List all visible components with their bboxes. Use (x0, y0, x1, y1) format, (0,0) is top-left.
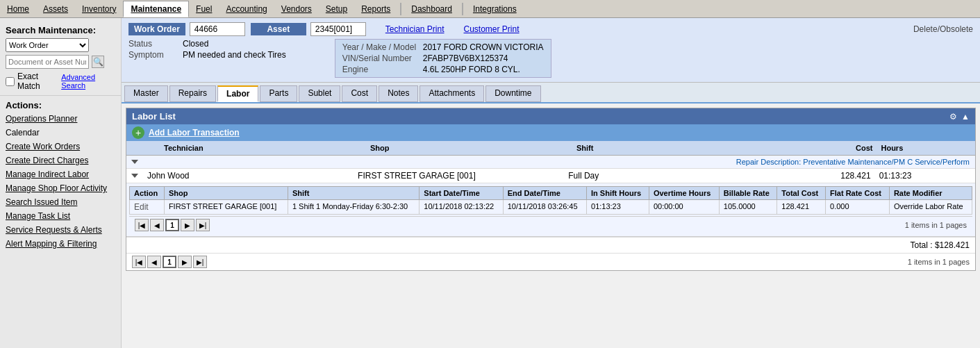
outer-next-page-btn[interactable]: ▶ (178, 256, 192, 268)
exact-match-checkbox[interactable] (6, 77, 15, 86)
nav-reports[interactable]: Reports (354, 1, 397, 17)
nav-integrations[interactable]: Integrations (466, 1, 524, 17)
labor-list-title: Labor List (132, 111, 176, 122)
add-labor-text[interactable]: Add Labor Transaction (149, 128, 240, 138)
sub-next-page-btn[interactable]: ▶ (181, 219, 194, 231)
sidebar-item-manage-shop-floor[interactable]: Manage Shop Floor Activity (0, 181, 121, 195)
asset-field: Asset 2345[001] (251, 22, 366, 36)
vin-label: VIN/Serial Number (342, 53, 419, 63)
year-make-model-value: 2017 FORD CROWN VICTORIA (423, 42, 544, 52)
sub-page-1-btn[interactable]: 1 (165, 219, 179, 231)
engine-value: 4.6L 250HP FORD 8 CYL. (423, 65, 520, 74)
tab-parts[interactable]: Parts (260, 85, 297, 102)
search-input[interactable] (6, 55, 89, 69)
repair-desc-link[interactable]: Repair Description: Preventative Mainten… (736, 158, 970, 166)
delete-obsolete-link[interactable]: Delete/Obsolete (913, 24, 973, 34)
top-nav: Home Assets Inventory Maintenance Fuel A… (0, 0, 980, 18)
search-button[interactable]: 🔍 (92, 56, 104, 68)
tab-cost[interactable]: Cost (342, 85, 377, 102)
sub-col-end: End Date/Time (503, 187, 586, 200)
sub-start-date: 10/11/2018 02:13:22 (420, 200, 503, 215)
sub-col-action: Action (130, 187, 165, 200)
sub-overtime-hours: 00:00:00 (649, 200, 719, 215)
nav-maintenance[interactable]: Maintenance (123, 1, 189, 17)
nav-home[interactable]: Home (0, 1, 36, 17)
asset-label: Asset (251, 23, 306, 35)
tab-downtime[interactable]: Downtime (485, 85, 540, 102)
tab-attachments[interactable]: Attachments (420, 85, 484, 102)
total-row: Total : $128.421 (126, 237, 975, 253)
search-dropdown[interactable]: Work Order (6, 38, 89, 52)
sub-col-shop: Shop (164, 187, 288, 200)
outer-prev-page-btn[interactable]: ◀ (147, 256, 161, 268)
sub-flat-rate: 0.000 (826, 200, 890, 215)
col-cost: Cost (779, 142, 877, 154)
sidebar-item-create-work-orders[interactable]: Create Work Orders (0, 140, 121, 154)
nav-vendors[interactable]: Vendors (274, 1, 319, 17)
sub-col-billable: Billable Rate (719, 187, 776, 200)
sidebar: Search Maintenance: Work Order 🔍 Exact M… (0, 18, 122, 348)
add-labor-row: + Add Labor Transaction (126, 124, 975, 141)
sub-end-date: 10/11/2018 03:26:45 (503, 200, 586, 215)
nav-inventory[interactable]: Inventory (75, 1, 123, 17)
nav-dashboard[interactable]: Dashboard (404, 1, 459, 17)
asset-info-panel: Year / Make / Model 2017 FORD CROWN VICT… (335, 39, 551, 78)
outer-page-1-btn[interactable]: 1 (163, 256, 176, 268)
tab-sublet[interactable]: Sublet (299, 85, 340, 102)
sidebar-item-operations-planner[interactable]: Operations Planner (0, 112, 121, 126)
labor-header: Labor List ⚙ ▲ (126, 108, 975, 124)
row-expand-icon[interactable] (131, 174, 138, 178)
collapse-icon[interactable]: ▲ (961, 112, 970, 122)
edit-button[interactable]: Edit (134, 202, 149, 212)
sub-col-total: Total Cost (777, 187, 826, 200)
sub-col-inshift: In Shift Hours (587, 187, 649, 200)
gear-icon[interactable]: ⚙ (949, 112, 957, 122)
nav-accounting[interactable]: Accounting (219, 1, 274, 17)
outer-pagination-info: 1 items in 1 pages (908, 258, 970, 266)
outer-first-page-btn[interactable]: |◀ (132, 256, 146, 268)
nav-setup[interactable]: Setup (319, 1, 354, 17)
labor-sub-table: Action Shop Shift Start Date/Time End Da… (129, 186, 972, 215)
sub-pagination: |◀ ◀ 1 ▶ ▶| 1 items in 1 pages (129, 216, 972, 233)
advanced-search-link[interactable]: Advanced Search (61, 73, 115, 90)
outer-pagination-buttons: |◀ ◀ 1 ▶ ▶| (132, 256, 207, 268)
sub-prev-page-btn[interactable]: ◀ (150, 219, 164, 231)
vin-value: 2FABP7BV6BX125374 (423, 53, 508, 63)
sub-col-shift: Shift (288, 187, 419, 200)
outer-pagination: |◀ ◀ 1 ▶ ▶| 1 items in 1 pages (126, 253, 975, 270)
sidebar-item-alert-mapping[interactable]: Alert Mapping & Filtering (0, 237, 121, 251)
tab-master[interactable]: Master (124, 85, 168, 102)
work-order-label: Work Order (128, 23, 185, 35)
sidebar-item-calendar[interactable]: Calendar (0, 126, 121, 140)
technician-print-link[interactable]: Technician Print (385, 24, 445, 34)
sidebar-item-service-requests[interactable]: Service Requests & Alerts (0, 223, 121, 237)
expand-icon[interactable] (131, 160, 138, 164)
symptom-value: PM needed and check Tires (183, 50, 286, 60)
sidebar-item-search-issued-item[interactable]: Search Issued Item (0, 195, 121, 209)
sidebar-item-create-direct-charges[interactable]: Create Direct Charges (0, 154, 121, 167)
main-layout: Search Maintenance: Work Order 🔍 Exact M… (0, 18, 980, 348)
labor-shop: FIRST STREET GARAGE [001] (354, 169, 564, 183)
sub-pagination-buttons: |◀ ◀ 1 ▶ ▶| (135, 219, 210, 231)
labor-hours: 01:13:23 (875, 169, 975, 183)
sidebar-item-manage-indirect-labor[interactable]: Manage Indirect Labor (0, 167, 121, 181)
sub-col-ratemod: Rate Modifier (889, 187, 972, 200)
tab-notes[interactable]: Notes (379, 85, 418, 102)
sub-col-flatrate: Flat Rate Cost (826, 187, 890, 200)
work-order-number: 44666 (190, 22, 245, 36)
labor-columns: Technician Shop Shift Cost Hours (126, 141, 975, 156)
tab-repairs[interactable]: Repairs (169, 85, 216, 102)
tab-labor[interactable]: Labor (217, 85, 258, 102)
sub-last-page-btn[interactable]: ▶| (196, 219, 210, 231)
sidebar-item-manage-task-list[interactable]: Manage Task List (0, 209, 121, 223)
add-labor-button[interactable]: + (132, 126, 144, 139)
sub-shift: 1 Shift 1 Monday-Friday 6:30-2:30 (288, 200, 419, 215)
sub-table-wrap: Action Shop Shift Start Date/Time End Da… (126, 183, 975, 237)
sub-pagination-info: 1 items in 1 pages (905, 221, 967, 229)
nav-assets[interactable]: Assets (36, 1, 75, 17)
sub-first-page-btn[interactable]: |◀ (135, 219, 149, 231)
customer-print-link[interactable]: Customer Print (464, 24, 520, 34)
outer-last-page-btn[interactable]: ▶| (193, 256, 207, 268)
nav-fuel[interactable]: Fuel (189, 1, 219, 17)
sub-billable-rate: 105.0000 (719, 200, 776, 215)
